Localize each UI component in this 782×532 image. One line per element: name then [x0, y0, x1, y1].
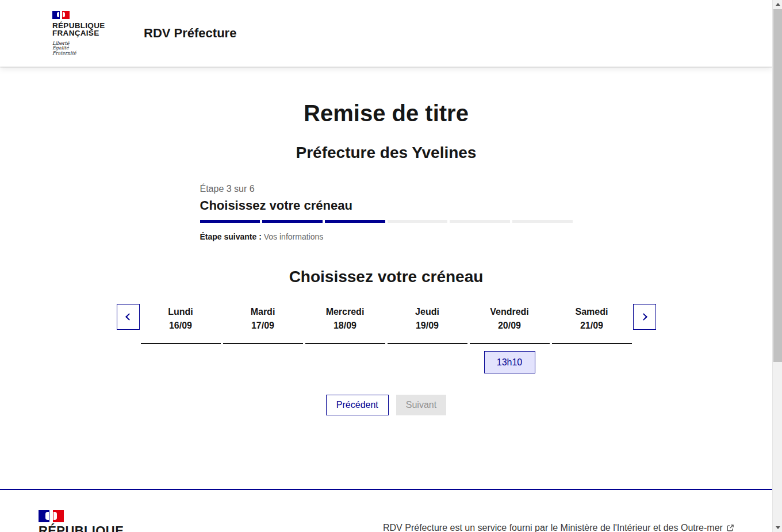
day-header: Jeudi19/09 — [388, 304, 467, 344]
motto-line3: Fraternité — [52, 51, 116, 56]
day-column: Vendredi20/0913h10 — [470, 304, 550, 373]
next-step-value: Vos informations — [264, 232, 324, 241]
day-name: Lundi — [141, 305, 221, 319]
wizard-nav-buttons: Précédent Suivant — [0, 395, 772, 415]
scrollbar-down-arrow[interactable] — [773, 523, 782, 532]
stepper-segment — [512, 220, 573, 223]
previous-step-button[interactable]: Précédent — [326, 395, 389, 415]
browser-viewport: RÉPUBLIQUE FRANÇAISE Liberté Égalité Fra… — [0, 0, 782, 532]
page-title: Remise de titre — [0, 99, 772, 127]
brand-name-line1: RÉPUBLIQUE — [52, 22, 116, 30]
gov-brand-block: RÉPUBLIQUE FRANÇAISE Liberté Égalité Fra… — [52, 11, 116, 56]
day-date: 20/09 — [470, 319, 550, 333]
stepper-segment — [450, 220, 510, 223]
day-header: Lundi16/09 — [141, 304, 221, 344]
footer-service-text: RDV Préfecture est un service fourni par… — [383, 523, 723, 532]
scrollbar-up-arrow[interactable] — [773, 0, 782, 9]
day-name: Samedi — [552, 305, 632, 319]
step-title: Choisissez votre créneau — [200, 198, 573, 213]
next-week-button[interactable] — [633, 304, 656, 330]
day-name: Mardi — [223, 305, 303, 319]
day-column: Mardi17/09 — [223, 304, 303, 373]
stepper-segment — [262, 220, 323, 223]
page: RÉPUBLIQUE FRANÇAISE Liberté Égalité Fra… — [0, 0, 772, 532]
prefecture-subtitle: Préfecture des Yvelines — [0, 143, 772, 163]
stepper-segment — [200, 220, 260, 223]
footer-brand-name: RÉPUBLIQUE — [39, 524, 124, 532]
scrollbar-thumb[interactable] — [773, 9, 782, 362]
next-step-label: Étape suivante : — [200, 232, 262, 241]
chevron-right-icon — [640, 313, 647, 321]
section-title: Choisissez votre créneau — [0, 267, 772, 287]
step-count: Étape 3 sur 6 — [200, 183, 573, 194]
day-name: Jeudi — [388, 305, 467, 319]
site-header: RÉPUBLIQUE FRANÇAISE Liberté Égalité Fra… — [0, 0, 772, 67]
day-date: 18/09 — [305, 319, 385, 333]
brand-name: RÉPUBLIQUE FRANÇAISE — [52, 22, 116, 37]
day-header: Samedi21/09 — [552, 304, 632, 344]
brand-motto: Liberté Égalité Fraternité — [52, 41, 116, 56]
day-header: Mercredi18/09 — [305, 304, 385, 344]
previous-week-button[interactable] — [117, 304, 140, 330]
service-title: RDV Préfecture — [144, 26, 236, 41]
time-slot-button[interactable]: 13h10 — [484, 351, 535, 373]
day-header: Vendredi20/09 — [470, 304, 550, 344]
day-date: 19/09 — [388, 319, 467, 333]
day-slots: 13h10 — [470, 344, 550, 373]
next-step-line: Étape suivante : Vos informations — [200, 232, 573, 242]
calendar: Lundi16/09Mardi17/09Mercredi18/09Jeudi19… — [117, 304, 656, 373]
brand-name-line2: FRANÇAISE — [52, 29, 116, 37]
stepper-progress — [200, 220, 573, 223]
day-column: Samedi21/09 — [552, 304, 632, 373]
day-date: 17/09 — [223, 319, 303, 333]
stepper: Étape 3 sur 6 Choisissez votre créneau É… — [200, 183, 573, 242]
day-date: 16/09 — [141, 319, 221, 333]
day-header: Mardi17/09 — [223, 304, 303, 344]
day-name: Mercredi — [305, 305, 385, 319]
day-column: Jeudi19/09 — [388, 304, 467, 373]
stepper-segment — [325, 220, 385, 223]
chevron-left-icon — [125, 313, 133, 321]
site-footer: RÉPUBLIQUE RDV Préfecture est un service… — [0, 489, 772, 532]
footer-service-info: RDV Préfecture est un service fourni par… — [383, 523, 734, 532]
stepper-segment — [388, 220, 448, 223]
day-name: Vendredi — [470, 305, 550, 319]
external-link-icon[interactable] — [726, 524, 734, 532]
french-republic-logo-icon — [39, 510, 64, 522]
main-content: Remise de titre Préfecture des Yvelines … — [0, 99, 772, 415]
day-date: 21/09 — [552, 319, 632, 333]
day-column: Lundi16/09 — [141, 304, 221, 373]
scrollbar[interactable] — [772, 0, 782, 532]
next-step-button[interactable]: Suivant — [396, 395, 446, 415]
footer-gov-brand: RÉPUBLIQUE — [39, 510, 124, 532]
day-column: Mercredi18/09 — [305, 304, 385, 373]
calendar-days: Lundi16/09Mardi17/09Mercredi18/09Jeudi19… — [140, 304, 633, 373]
french-republic-logo-icon — [52, 11, 70, 19]
